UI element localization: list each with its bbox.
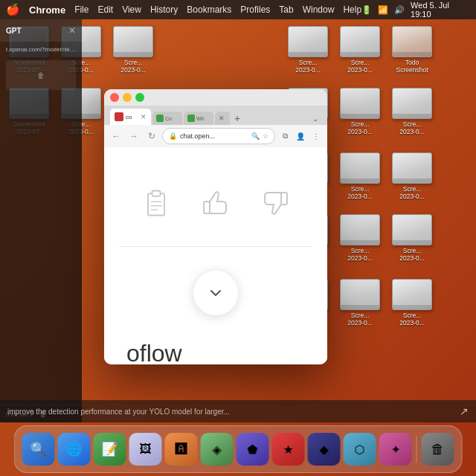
- extensions-icon[interactable]: ⧉: [278, 129, 292, 143]
- wifi-icon: 📶: [378, 5, 388, 15]
- desktop-icon[interactable]: Scre...2023-0...: [335, 152, 385, 200]
- sidebar-close-icon[interactable]: ✕: [68, 25, 76, 36]
- expand-icon[interactable]: ↗: [460, 405, 469, 417]
- dock-item-notes[interactable]: 📝: [94, 433, 126, 466]
- dock-item-app3[interactable]: ⬟: [237, 433, 269, 466]
- menu-icon[interactable]: ⋮: [309, 129, 323, 143]
- desktop-icon[interactable]: Scre...2023-0...: [387, 152, 437, 200]
- desktop-icon[interactable]: Scre...2023-0...: [335, 26, 385, 74]
- menu-edit[interactable]: Edit: [97, 4, 113, 15]
- tab-favicon-co: [115, 112, 123, 121]
- apple-menu-icon[interactable]: 🍎: [6, 3, 20, 16]
- new-tab-button[interactable]: +: [231, 112, 243, 125]
- dock-item-trash[interactable]: 🗑: [422, 433, 454, 466]
- desktop: 🍎 Chrome File Edit View History Bookmark…: [0, 0, 476, 476]
- desktop-icon[interactable]: Scre...2023-0...: [387, 88, 437, 135]
- window-close-button[interactable]: [110, 93, 119, 102]
- tab-favicon-wh: [187, 115, 195, 122]
- dock-item-app7[interactable]: ✦: [379, 433, 412, 466]
- menubar-right: 🔋 📶 🔊 Wed 5. Jul 19:10: [361, 1, 470, 19]
- menubar-left: 🍎 Chrome File Edit View History Bookmark…: [6, 3, 361, 16]
- browser-tab-empty[interactable]: ✕: [215, 112, 230, 125]
- volume-icon: 🔊: [394, 5, 405, 15]
- menu-profiles[interactable]: Profiles: [240, 4, 270, 15]
- browser-window: co ✕ Co Wh ✕ + ⌄: [104, 89, 327, 364]
- scroll-down-button[interactable]: [193, 271, 238, 315]
- dock-item-app1[interactable]: 🅰: [165, 433, 198, 466]
- battery-icon: 🔋: [361, 5, 372, 15]
- dock-item-app2[interactable]: ◈: [201, 433, 234, 466]
- desktop-icon[interactable]: Scre...2023-0...: [335, 279, 385, 327]
- desktop-icon[interactable]: TodoScreenshot: [387, 26, 437, 74]
- search-icon[interactable]: 🔍: [251, 132, 260, 140]
- dock-item-app6[interactable]: ⬡: [344, 433, 376, 466]
- menu-window[interactable]: Window: [303, 4, 335, 15]
- back-button[interactable]: ←: [109, 129, 123, 144]
- lock-icon: 🔒: [169, 132, 177, 140]
- tab-close-co[interactable]: ✕: [141, 113, 147, 120]
- flow-text: oflow: [126, 340, 182, 364]
- browser-tab-wh[interactable]: Wh: [184, 112, 213, 125]
- separator: [119, 246, 312, 247]
- window-maximize-button[interactable]: [135, 93, 144, 102]
- tab-label-co2: Co: [165, 116, 172, 121]
- menu-help[interactable]: Help: [343, 4, 361, 15]
- tab-label-wh: Wh: [196, 116, 205, 121]
- desktop-icon[interactable]: Scre...2023-0...: [335, 214, 385, 262]
- thumbs-down-icon: [257, 184, 294, 222]
- dock: 🔍 🌐 📝 🖼 🅰 ◈ ⬟ ★ ◆ ⬡ ✦: [14, 425, 463, 473]
- thumbs-up-icon: [197, 184, 234, 222]
- dock-item-photos[interactable]: 🖼: [129, 433, 162, 466]
- desktop-icon[interactable]: Scre...2023-0...: [387, 214, 437, 262]
- menu-file[interactable]: File: [74, 4, 89, 15]
- desktop-icon[interactable]: Scre...2023-0...: [335, 88, 385, 135]
- datetime: Wed 5. Jul 19:10: [411, 1, 470, 19]
- clipboard-icon: [138, 184, 175, 222]
- menu-tab[interactable]: Tab: [279, 4, 293, 15]
- desktop-icon[interactable]: Scre...2023-0...: [108, 26, 158, 74]
- browser-tab-co[interactable]: co ✕: [110, 109, 151, 125]
- dock-item-app4[interactable]: ★: [272, 433, 305, 466]
- menu-history[interactable]: History: [150, 4, 178, 15]
- toolbar-icons: ⧉ 👤 ⋮: [278, 129, 323, 143]
- desktop-icon[interactable]: Scre...2023-0...: [387, 279, 437, 327]
- tab-favicon-co2: [156, 115, 164, 122]
- menubar: 🍎 Chrome File Edit View History Bookmark…: [0, 0, 476, 19]
- status-text: improve the detection performance at you…: [7, 408, 230, 416]
- refresh-button[interactable]: ↻: [144, 129, 159, 144]
- tab-label-co: co: [126, 114, 138, 120]
- window-minimize-button[interactable]: [123, 93, 132, 102]
- dock-separator: [416, 436, 417, 463]
- address-bar[interactable]: 🔒 chat.open... 🔍 ☆: [162, 128, 275, 144]
- menu-bookmarks[interactable]: Bookmarks: [187, 4, 231, 15]
- sidebar-trash-icon[interactable]: 🗑: [37, 71, 45, 80]
- sidebar-tab-label: GPT: [6, 27, 22, 35]
- menu-view[interactable]: View: [122, 4, 141, 15]
- svg-rect-6: [281, 193, 287, 205]
- left-sidebar: GPT ✕ t.openai.com/?model=text-davinc...…: [0, 19, 82, 422]
- profile-icon[interactable]: 👤: [294, 129, 307, 143]
- desktop-icon[interactable]: Scre...2023-0...: [283, 26, 333, 74]
- forward-button[interactable]: →: [126, 129, 141, 144]
- dock-item-safari[interactable]: 🌐: [58, 433, 91, 466]
- dock-item-app5[interactable]: ◆: [308, 433, 341, 466]
- bookmark-icon[interactable]: ☆: [263, 132, 268, 140]
- svg-rect-1: [152, 191, 161, 196]
- browser-tab-co2[interactable]: Co: [152, 112, 182, 125]
- content-icons-row: [138, 184, 294, 222]
- app-name: Chrome: [29, 4, 65, 16]
- browser-content: oflow: [104, 147, 327, 364]
- address-text: chat.open...: [180, 132, 248, 140]
- tab-x-icon[interactable]: ✕: [219, 115, 225, 122]
- sidebar-url: t.openai.com/?model=text-davinc...: [0, 42, 82, 57]
- tabs-expand-icon[interactable]: ⌄: [309, 112, 321, 125]
- dock-item-finder[interactable]: 🔍: [22, 433, 55, 466]
- browser-toolbar: ← → ↻ 🔒 chat.open... 🔍 ☆ ⧉ 👤 ⋮: [104, 125, 327, 147]
- bottom-status-bar: improve the detection performance at you…: [0, 400, 476, 422]
- svg-rect-5: [204, 202, 210, 213]
